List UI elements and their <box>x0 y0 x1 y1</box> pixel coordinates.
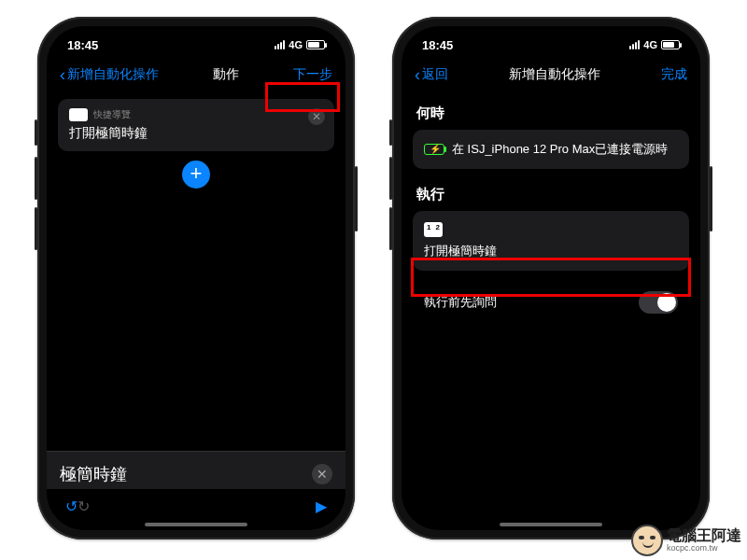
mascot-icon <box>631 525 663 556</box>
network-label: 4G <box>643 39 657 50</box>
back-button[interactable]: ‹ 新增自動化操作 <box>60 66 159 83</box>
status-time: 18:45 <box>67 38 98 52</box>
watermark: 電腦王阿達 kocpc.com.tw <box>631 525 741 556</box>
nav-bar: ‹ 新增自動化操作 動作 下一步 <box>47 58 345 91</box>
watermark-name: 電腦王阿達 <box>667 528 741 543</box>
next-button[interactable]: 下一步 <box>293 66 332 83</box>
nav-title: 動作 <box>159 66 293 83</box>
ask-before-row: 執行前先詢問 <box>413 282 689 323</box>
nav-bar: ‹ 返回 新增自動化操作 完成 <box>402 58 700 91</box>
action-sub: 快捷導覽 <box>93 108 131 121</box>
bottom-sheet: 極簡時鐘 ✕ <box>47 451 345 489</box>
sheet-close-button[interactable]: ✕ <box>312 464 332 484</box>
redo-icon: ↻ <box>78 497 90 515</box>
action-card[interactable]: 快捷導覽 打開極簡時鐘 ✕ <box>58 99 334 151</box>
when-row[interactable]: ⚡ 在 ISJ_iPhone 12 Pro Max已連接電源時 <box>413 130 689 169</box>
sheet-title: 極簡時鐘 <box>60 463 127 485</box>
toggle-label: 執行前先詢問 <box>424 294 497 311</box>
back-label: 新增自動化操作 <box>67 66 159 83</box>
chevron-left-icon: ‹ <box>60 66 65 83</box>
signal-icon <box>275 40 285 49</box>
app-icon <box>69 108 88 121</box>
undo-icon[interactable]: ↺ <box>65 497 78 515</box>
back-label: 返回 <box>422 66 448 83</box>
phone-right: 18:45 4G ‹ 返回 新增自動化操作 完成 何時 ⚡ <box>392 17 710 539</box>
done-button[interactable]: 完成 <box>661 66 687 83</box>
section-run: 執行 <box>413 180 689 211</box>
watermark-url: kocpc.com.tw <box>667 543 741 553</box>
signal-icon <box>629 40 640 49</box>
home-indicator[interactable] <box>500 523 602 526</box>
run-row[interactable]: 打開極簡時鐘 <box>413 211 689 271</box>
home-indicator[interactable] <box>145 523 247 526</box>
network-label: 4G <box>289 39 303 50</box>
back-button[interactable]: ‹ 返回 <box>415 66 448 83</box>
when-text: 在 ISJ_iPhone 12 Pro Max已連接電源時 <box>452 141 668 158</box>
section-when: 何時 <box>413 99 689 130</box>
action-title: 打開極簡時鐘 <box>69 125 323 142</box>
run-text: 打開極簡時鐘 <box>424 243 497 259</box>
add-action-button[interactable]: + <box>182 161 210 189</box>
phone-left: 18:45 4G ‹ 新增自動化操作 動作 下一步 <box>37 17 355 539</box>
status-time: 18:45 <box>422 38 453 52</box>
notch <box>131 26 261 47</box>
ask-before-toggle[interactable] <box>639 291 678 314</box>
charging-icon: ⚡ <box>424 144 444 155</box>
battery-icon <box>306 40 325 49</box>
notch <box>486 26 616 47</box>
calendar-icon <box>424 222 443 237</box>
chevron-left-icon: ‹ <box>415 66 420 83</box>
battery-icon <box>661 40 680 49</box>
remove-action-button[interactable]: ✕ <box>308 108 325 125</box>
run-icon[interactable]: ▶ <box>316 497 327 515</box>
toolbar: ↺ ↻ ▶ <box>47 491 345 521</box>
nav-title: 新增自動化操作 <box>448 66 661 83</box>
